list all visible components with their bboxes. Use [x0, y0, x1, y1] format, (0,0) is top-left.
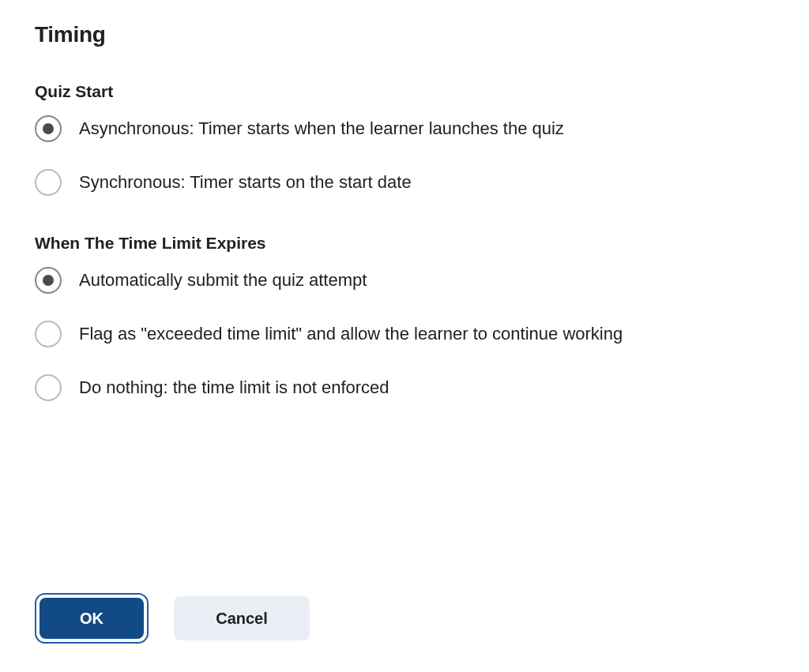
- radio-label: Synchronous: Timer starts on the start d…: [79, 171, 412, 194]
- radio-label: Automatically submit the quiz attempt: [79, 268, 367, 292]
- time-limit-label: When The Time Limit Expires: [35, 234, 774, 253]
- radio-label: Asynchronous: Timer starts when the lear…: [79, 117, 564, 141]
- radio-auto-submit[interactable]: Automatically submit the quiz attempt: [35, 267, 774, 294]
- quiz-start-group: Quiz Start Asynchronous: Timer starts wh…: [35, 82, 774, 196]
- time-limit-group: When The Time Limit Expires Automaticall…: [35, 234, 774, 401]
- radio-icon: [35, 374, 62, 401]
- button-row: OK Cancel: [35, 593, 310, 644]
- quiz-start-label: Quiz Start: [35, 82, 774, 101]
- radio-synchronous[interactable]: Synchronous: Timer starts on the start d…: [35, 169, 774, 196]
- radio-icon: [35, 115, 62, 142]
- radio-do-nothing[interactable]: Do nothing: the time limit is not enforc…: [35, 374, 774, 401]
- cancel-button[interactable]: Cancel: [174, 596, 310, 640]
- radio-icon: [35, 267, 62, 294]
- ok-button[interactable]: OK: [40, 598, 144, 639]
- page-title: Timing: [35, 22, 774, 47]
- radio-label: Flag as "exceeded time limit" and allow …: [79, 322, 623, 346]
- radio-asynchronous[interactable]: Asynchronous: Timer starts when the lear…: [35, 115, 774, 142]
- radio-flag-exceeded[interactable]: Flag as "exceeded time limit" and allow …: [35, 321, 774, 347]
- radio-icon: [35, 169, 62, 196]
- ok-button-focus-ring: OK: [35, 593, 149, 644]
- radio-icon: [35, 321, 62, 347]
- radio-label: Do nothing: the time limit is not enforc…: [79, 376, 389, 400]
